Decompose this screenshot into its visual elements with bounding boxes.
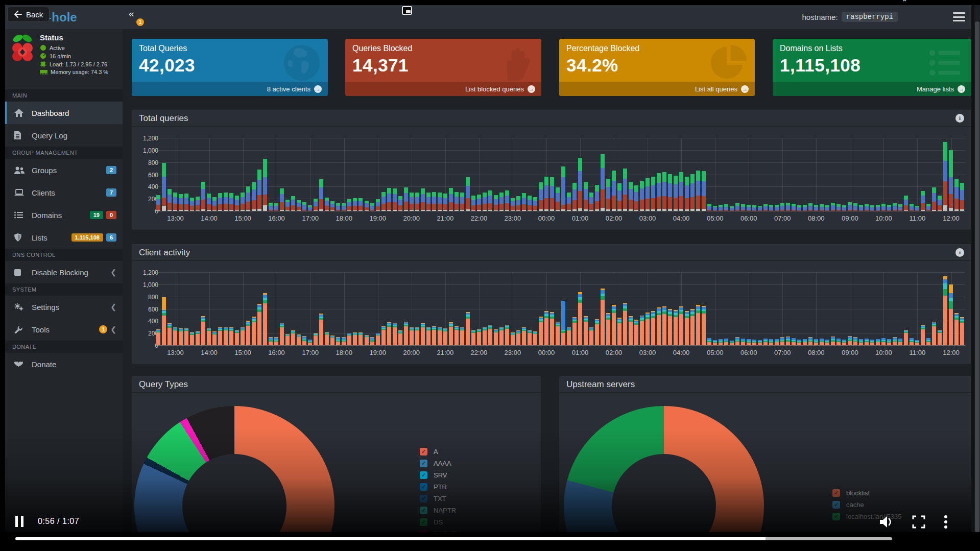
- stacked-bar[interactable]: [887, 205, 891, 211]
- stacked-bar[interactable]: [724, 339, 728, 345]
- stacked-bar[interactable]: [443, 194, 447, 211]
- stacked-bar[interactable]: [735, 203, 739, 211]
- stacked-bar[interactable]: [466, 177, 470, 211]
- update-count-badge[interactable]: 1: [136, 18, 144, 26]
- stacked-bar[interactable]: [522, 193, 526, 211]
- picture-in-picture-icon[interactable]: [402, 6, 412, 15]
- stacked-bar[interactable]: [269, 337, 273, 345]
- stacked-bar[interactable]: [404, 187, 408, 211]
- stacked-bar[interactable]: [201, 316, 205, 345]
- stacked-bar[interactable]: [455, 326, 459, 345]
- stacked-bar[interactable]: [696, 305, 700, 345]
- stacked-bar[interactable]: [269, 203, 273, 211]
- stacked-bar[interactable]: [949, 284, 953, 345]
- card-footer-link[interactable]: Manage lists→: [773, 82, 971, 96]
- stacked-bar[interactable]: [578, 292, 582, 345]
- stacked-bar[interactable]: [516, 196, 520, 211]
- stacked-bar[interactable]: [319, 314, 323, 345]
- stacked-bar[interactable]: [432, 192, 436, 211]
- stacked-bar[interactable]: [921, 325, 925, 345]
- stacked-bar[interactable]: [657, 307, 661, 345]
- stacked-bar[interactable]: [685, 177, 689, 211]
- stacked-bar[interactable]: [696, 171, 700, 211]
- stacked-bar[interactable]: [915, 206, 919, 211]
- stacked-bar[interactable]: [505, 190, 509, 211]
- stacked-bar[interactable]: [820, 339, 824, 345]
- stacked-bar[interactable]: [752, 205, 756, 211]
- stacked-bar[interactable]: [398, 330, 402, 345]
- stacked-bar[interactable]: [910, 338, 914, 345]
- stacked-bar[interactable]: [702, 306, 706, 345]
- stacked-bar[interactable]: [218, 193, 222, 211]
- stacked-bar[interactable]: [808, 337, 812, 345]
- stacked-bar[interactable]: [769, 339, 773, 345]
- stacked-bar[interactable]: [263, 293, 267, 345]
- stacked-bar[interactable]: [460, 193, 464, 211]
- stacked-bar[interactable]: [662, 172, 666, 211]
- stacked-bar[interactable]: [285, 334, 290, 345]
- stacked-bar[interactable]: [881, 204, 886, 211]
- stacked-bar[interactable]: [224, 327, 228, 345]
- stacked-bar[interactable]: [735, 337, 739, 345]
- stacked-bar[interactable]: [775, 205, 779, 211]
- stacked-bar[interactable]: [707, 338, 711, 345]
- stacked-bar[interactable]: [859, 339, 863, 345]
- stacked-bar[interactable]: [668, 309, 672, 345]
- stacked-bar[interactable]: [634, 320, 638, 345]
- stacked-bar[interactable]: [421, 323, 425, 345]
- stacked-bar[interactable]: [252, 317, 256, 345]
- stacked-bar[interactable]: [528, 196, 532, 211]
- stacked-bar[interactable]: [617, 183, 622, 211]
- stacked-bar[interactable]: [550, 177, 554, 211]
- volume-icon[interactable]: [878, 515, 894, 529]
- sidebar-collapse-icon[interactable]: «: [129, 8, 133, 19]
- stacked-bar[interactable]: [297, 334, 301, 345]
- sidebar-item-settings[interactable]: Settings❮: [5, 296, 123, 318]
- stacked-bar[interactable]: [556, 322, 560, 345]
- stacked-bar[interactable]: [623, 169, 627, 211]
- stacked-bar[interactable]: [358, 198, 363, 211]
- stacked-bar[interactable]: [522, 327, 526, 345]
- stacked-bar[interactable]: [674, 176, 678, 211]
- stacked-bar[interactable]: [539, 182, 543, 211]
- stacked-bar[interactable]: [156, 195, 160, 211]
- stacked-bar[interactable]: [893, 337, 897, 345]
- checkbox-checked-icon[interactable]: ✓: [420, 495, 427, 502]
- sidebar-item-lists[interactable]: Lists1,115,1086: [5, 226, 123, 249]
- stacked-bar[interactable]: [556, 187, 560, 211]
- stacked-bar[interactable]: [679, 306, 683, 345]
- stacked-bar[interactable]: [685, 311, 689, 345]
- stacked-bar[interactable]: [365, 335, 369, 345]
- stacked-bar[interactable]: [797, 205, 801, 211]
- stacked-bar[interactable]: [488, 325, 492, 345]
- back-button[interactable]: Back: [7, 7, 50, 22]
- stacked-bar[interactable]: [184, 194, 188, 211]
- stacked-bar[interactable]: [365, 201, 369, 211]
- stacked-bar[interactable]: [803, 339, 807, 345]
- checkbox-checked-icon[interactable]: ✓: [420, 483, 427, 491]
- stacked-bar[interactable]: [218, 327, 222, 345]
- legend-item[interactable]: ✓blocklist: [832, 487, 901, 499]
- stacked-bar[interactable]: [831, 337, 835, 345]
- stacked-bar[interactable]: [662, 306, 666, 345]
- stacked-bar[interactable]: [870, 340, 874, 345]
- stacked-bar[interactable]: [325, 332, 329, 345]
- stacked-bar[interactable]: [544, 311, 548, 345]
- stacked-bar[interactable]: [640, 316, 644, 345]
- legend-item[interactable]: ✓PTR: [420, 481, 461, 493]
- stacked-bar[interactable]: [336, 337, 340, 345]
- stacked-bar[interactable]: [483, 193, 487, 211]
- stacked-bar[interactable]: [572, 317, 577, 345]
- stacked-bar[interactable]: [539, 317, 543, 345]
- stacked-bar[interactable]: [865, 339, 869, 345]
- sidebar-item-groups[interactable]: Groups2: [5, 159, 123, 181]
- stacked-bar[interactable]: [398, 196, 402, 211]
- stacked-bar[interactable]: [634, 185, 638, 211]
- stacked-bar[interactable]: [494, 195, 498, 211]
- stacked-bar[interactable]: [190, 332, 194, 345]
- stacked-bar[interactable]: [763, 339, 768, 345]
- info-icon[interactable]: i: [955, 248, 964, 257]
- stacked-bar[interactable]: [674, 310, 678, 345]
- stacked-bar[interactable]: [724, 204, 728, 211]
- stacked-bar[interactable]: [836, 339, 841, 345]
